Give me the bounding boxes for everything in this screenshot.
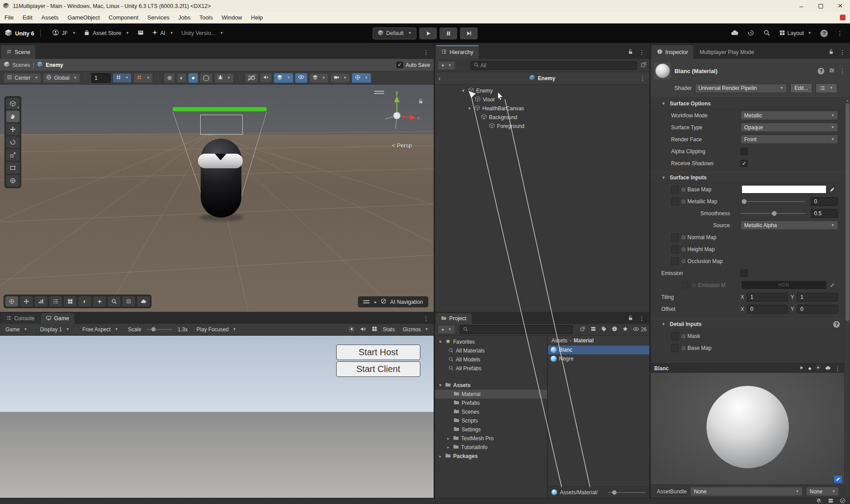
create-asset-button[interactable]: +▼ xyxy=(438,325,455,334)
preview-kebab-icon[interactable]: ⋮ xyxy=(834,365,841,372)
shading-wireframe-button[interactable]: ⊕ xyxy=(164,73,175,83)
tab-hierarchy[interactable]: Hierarchy xyxy=(436,45,479,59)
ai-navigation-overlay[interactable]: ▸ AI Navigation xyxy=(358,296,428,307)
eyedropper-icon[interactable] xyxy=(827,185,838,194)
section-surface-options[interactable]: ▼Surface Options xyxy=(651,98,844,109)
search-by-type-icon[interactable] xyxy=(580,326,586,333)
project-lock-icon[interactable] xyxy=(628,315,633,322)
cloud-icon[interactable] xyxy=(730,29,738,38)
mask-texture-slot[interactable] xyxy=(671,332,679,340)
scene-effects-dropdown[interactable]: ▼ xyxy=(274,73,293,83)
play-focused-dropdown[interactable]: Play Focused▼ xyxy=(194,325,239,334)
normal-map-texture-slot[interactable] xyxy=(671,233,679,241)
crosshair-overlay-icon[interactable] xyxy=(122,296,135,306)
folder-tutorialinfo[interactable]: ▸TutorialInfo xyxy=(435,443,547,452)
stats-overlay-icon[interactable] xyxy=(35,296,47,306)
scene-visibility-button[interactable] xyxy=(295,73,307,83)
menu-jobs[interactable]: Jobs xyxy=(174,12,194,23)
packages-root[interactable]: ▸Packages xyxy=(435,452,547,461)
stats-button[interactable]: Stats xyxy=(383,326,395,333)
scale-slider[interactable] xyxy=(147,329,172,330)
breadcrumb-scenes[interactable]: Scenes xyxy=(12,62,30,68)
transform-tool[interactable] xyxy=(6,175,19,186)
cloud-overlay-icon[interactable] xyxy=(137,296,150,306)
tab-game[interactable]: Game xyxy=(41,313,74,324)
flare-icon[interactable] xyxy=(349,326,355,333)
hidden-count[interactable]: 26 xyxy=(633,326,647,333)
shading-shaded-button[interactable]: ● xyxy=(188,73,198,83)
tool-handle-rotation-dropdown[interactable]: Global▼ xyxy=(43,73,80,83)
menu-tools[interactable]: Tools xyxy=(195,12,217,23)
detail-help-icon[interactable]: ? xyxy=(833,321,840,328)
inspector-scrollbar[interactable]: ▲ xyxy=(844,98,850,498)
search-overlay-icon[interactable] xyxy=(108,296,120,306)
inspector-lock-icon[interactable] xyxy=(828,49,834,56)
cache-server-icon[interactable] xyxy=(828,498,834,504)
material-preview-area[interactable] xyxy=(651,373,844,485)
back-button[interactable]: ‹ xyxy=(439,75,441,82)
detail-base-map-texture-slot[interactable] xyxy=(671,344,679,352)
account-menu[interactable]: JF▼ xyxy=(52,29,76,37)
folder-scenes[interactable]: Scenes xyxy=(435,407,547,416)
favorite-all-prefabs[interactable]: All Prefabs xyxy=(435,364,547,373)
vsync-grid-icon[interactable] xyxy=(372,326,377,333)
emission-color-swatch[interactable]: HDR xyxy=(741,281,827,289)
prefab-context-kebab-icon[interactable]: ⋮ xyxy=(640,75,646,82)
folder-textmeshpro[interactable]: ▸TextMesh Pro xyxy=(435,434,547,443)
emission-map-texture-slot[interactable] xyxy=(682,281,690,289)
minimize-button[interactable]: – xyxy=(792,0,811,12)
play-mode-dropdown[interactable]: Default▼ xyxy=(373,27,417,39)
enemy-visor[interactable] xyxy=(198,154,243,168)
mute-audio-icon[interactable] xyxy=(360,326,366,333)
package-visibility-icon[interactable] xyxy=(590,326,596,333)
orientation-overlay-icon[interactable] xyxy=(5,296,18,306)
file-negre[interactable]: Negre xyxy=(548,354,649,363)
occlusion-map-texture-slot[interactable] xyxy=(671,257,679,265)
search-icon[interactable] xyxy=(763,29,770,38)
breadcrumb-assets[interactable]: Assets xyxy=(551,337,567,344)
gizmos-dropdown[interactable]: Gizmos▼ xyxy=(400,325,431,334)
preview-mesh-icon[interactable]: ● xyxy=(808,365,811,372)
enemy-capsule[interactable] xyxy=(201,139,241,217)
tab-inspector[interactable]: Inspector xyxy=(652,45,693,59)
undo-history-icon[interactable] xyxy=(747,29,754,38)
grid-snap-dropdown[interactable]: ▼ xyxy=(113,73,132,83)
tab-console[interactable]: Console xyxy=(1,313,40,324)
alpha-clipping-checkbox[interactable] xyxy=(741,148,748,155)
move-tool[interactable] xyxy=(6,124,19,135)
workflow-mode-dropdown[interactable]: Metallic▼ xyxy=(741,111,838,120)
favorite-all-materials[interactable]: All Materials xyxy=(435,346,547,355)
import-alert-icon[interactable] xyxy=(612,326,617,333)
game-viewport[interactable]: Start Host Start Client xyxy=(0,336,434,498)
hierarchy-item-background[interactable]: Background xyxy=(435,113,649,122)
folder-prefabs[interactable]: Prefabs xyxy=(435,399,547,407)
shader-dropdown[interactable]: Universal Render Pipelin▼ xyxy=(695,84,787,93)
pick-object-icon[interactable] xyxy=(640,62,647,69)
background-tasks-icon[interactable] xyxy=(840,498,846,504)
presets-icon[interactable] xyxy=(829,67,835,75)
close-button[interactable]: × xyxy=(831,0,850,12)
scene-panel-kebab-icon[interactable]: ⋮ xyxy=(423,49,429,56)
scene-orientation-gizmo[interactable]: y x xyxy=(373,90,421,139)
section-surface-inputs[interactable]: ▼Surface Inputs xyxy=(651,172,844,183)
layers-dropdown[interactable]: ▼ xyxy=(309,73,329,83)
smoothness-slider[interactable] xyxy=(741,213,805,214)
auto-save-toggle[interactable]: ✓ Auto Save xyxy=(396,62,430,68)
metallic-value-field[interactable]: 0 xyxy=(811,197,838,206)
grid-size-input[interactable]: 1 xyxy=(91,73,111,83)
game-panel-kebab-icon[interactable]: ⋮ xyxy=(423,315,429,322)
maximize-button[interactable] xyxy=(811,0,831,12)
available-tools-dropdown[interactable]: ▾ xyxy=(6,98,19,109)
base-map-color-swatch[interactable] xyxy=(741,185,827,194)
hierarchy-item-visor[interactable]: Visor xyxy=(435,95,649,104)
breadcrumb-material[interactable]: Material xyxy=(574,337,594,344)
base-map-texture-slot[interactable] xyxy=(671,186,679,194)
unity-version-menu[interactable]: Unity Versio...▼ xyxy=(181,30,223,36)
notifications-muted-icon[interactable] xyxy=(816,498,822,504)
favorites-root[interactable]: ▼Favorites xyxy=(435,337,547,346)
material-kebab-icon[interactable]: ⋮ xyxy=(839,67,846,74)
asset-bundle-variant-dropdown[interactable]: None▼ xyxy=(806,487,839,496)
rect-tool[interactable] xyxy=(6,162,19,174)
hierarchy-item-enemy[interactable]: ▼ Enemy xyxy=(435,86,649,95)
menu-services[interactable]: Services xyxy=(143,12,174,23)
